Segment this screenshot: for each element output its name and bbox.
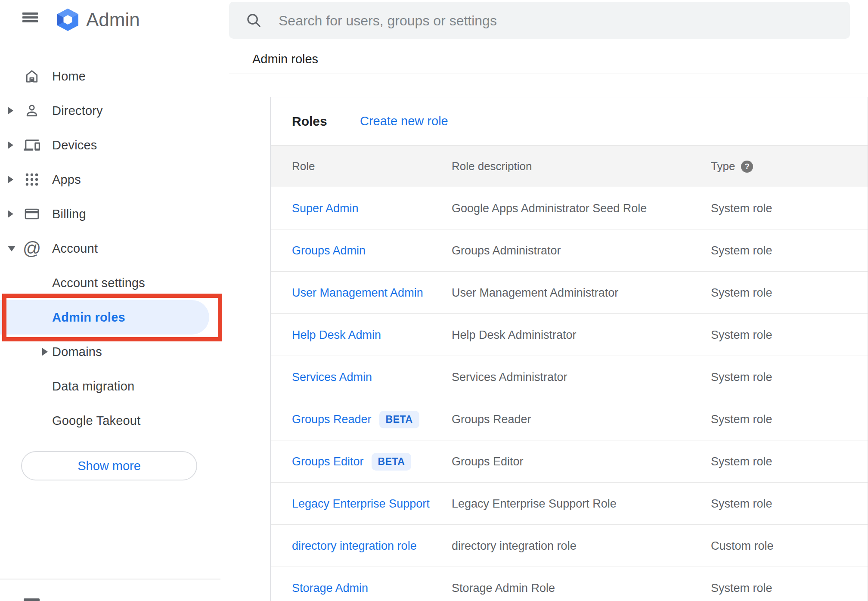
sidebar-item-google-takeout[interactable]: Google Takeout bbox=[0, 403, 220, 438]
sidebar-item-account-settings[interactable]: Account settings bbox=[0, 266, 220, 300]
sidebar-item-data-migration[interactable]: Data migration bbox=[0, 369, 220, 403]
table-row-legacy-enterprise-support: Legacy Enterprise Support Legacy Enterpr… bbox=[271, 483, 868, 525]
role-description: Groups Editor bbox=[452, 440, 524, 483]
create-new-role-link[interactable]: Create new role bbox=[360, 97, 448, 145]
role-link[interactable]: Super Admin bbox=[292, 202, 359, 215]
sidebar: Admin Home Directory Devices Apps Billin… bbox=[0, 0, 220, 601]
devices-icon bbox=[24, 137, 40, 153]
table-row-groups-editor: Groups Editor BETA Groups Editor System … bbox=[271, 440, 868, 483]
role-link[interactable]: Groups Reader bbox=[292, 413, 372, 426]
expand-arrow-icon[interactable] bbox=[8, 197, 16, 231]
table-row-storage-admin: Storage Admin Storage Admin Role System … bbox=[271, 567, 868, 601]
role-type: Custom role bbox=[711, 525, 774, 567]
beta-badge: BETA bbox=[372, 453, 412, 471]
roles-title: Roles bbox=[292, 97, 327, 145]
expand-arrow-icon[interactable] bbox=[8, 162, 16, 197]
expand-arrow-icon[interactable] bbox=[8, 93, 16, 128]
column-header-role-description: Role description bbox=[452, 146, 532, 187]
sidebar-item-label: Directory bbox=[52, 93, 103, 128]
search-input[interactable] bbox=[278, 2, 818, 40]
credit-card-icon bbox=[24, 206, 40, 222]
role-type: System role bbox=[711, 567, 772, 601]
sidebar-item-apps[interactable]: Apps bbox=[0, 162, 220, 197]
admin-hexagon-icon bbox=[55, 9, 81, 31]
show-more-button[interactable]: Show more bbox=[21, 451, 197, 480]
role-link[interactable]: User Management Admin bbox=[292, 286, 423, 300]
sidebar-item-admin-roles[interactable]: Admin roles bbox=[0, 300, 220, 335]
person-icon bbox=[24, 102, 40, 119]
role-link[interactable]: Services Admin bbox=[292, 371, 372, 384]
expand-arrow-icon[interactable] bbox=[8, 128, 16, 162]
sidebar-item-label: Domains bbox=[52, 335, 102, 369]
roles-card: Roles Create new role Role Role descript… bbox=[270, 97, 868, 601]
role-type: System role bbox=[711, 483, 772, 525]
clipped-bottom-icon bbox=[24, 598, 40, 601]
roles-table-body: Super Admin Google Apps Administrator Se… bbox=[271, 187, 868, 601]
sidebar-item-label: Account settings bbox=[52, 266, 145, 300]
role-description: directory integration role bbox=[452, 525, 577, 567]
role-type: System role bbox=[711, 440, 772, 483]
roles-card-header: Roles Create new role bbox=[271, 97, 868, 146]
column-header-role: Role bbox=[292, 146, 315, 187]
role-link[interactable]: directory integration role bbox=[292, 539, 417, 553]
table-row-help-desk-admin: Help Desk Admin Help Desk Administrator … bbox=[271, 314, 868, 356]
breadcrumb: Admin roles bbox=[252, 52, 318, 66]
google-admin-console: Admin Home Directory Devices Apps Billin… bbox=[0, 0, 868, 601]
sidebar-item-label: Account bbox=[52, 231, 98, 266]
sidebar-divider bbox=[0, 579, 220, 579]
table-row-groups-admin: Groups Admin Groups Administrator System… bbox=[271, 229, 868, 272]
sidebar-item-label: Devices bbox=[52, 128, 97, 162]
search-icon bbox=[245, 12, 262, 28]
expand-arrow-icon[interactable] bbox=[42, 335, 51, 369]
sidebar-item-label: Data migration bbox=[52, 369, 134, 403]
role-type: System role bbox=[711, 272, 772, 314]
column-header-type: Type bbox=[711, 146, 735, 187]
search-bar bbox=[229, 2, 850, 39]
sidebar-item-domains[interactable]: Domains bbox=[0, 335, 220, 369]
table-row-groups-reader: Groups Reader BETA Groups Reader System … bbox=[271, 398, 868, 440]
role-link[interactable]: Groups Admin bbox=[292, 244, 366, 257]
sidebar-item-billing[interactable]: Billing bbox=[0, 197, 220, 231]
sidebar-item-directory[interactable]: Directory bbox=[0, 93, 220, 128]
role-description: Legacy Enterprise Support Role bbox=[452, 483, 617, 525]
role-description: Groups Reader bbox=[452, 398, 531, 440]
role-link[interactable]: Legacy Enterprise Support bbox=[292, 497, 430, 511]
home-icon bbox=[24, 68, 40, 84]
logo-text: Admin bbox=[86, 9, 140, 31]
sidebar-item-label: Billing bbox=[52, 197, 86, 231]
role-type: System role bbox=[711, 314, 772, 356]
help-icon[interactable]: ? bbox=[741, 161, 753, 173]
sidebar-item-label: Home bbox=[52, 59, 86, 93]
table-row-services-admin: Services Admin Services Administrator Sy… bbox=[271, 356, 868, 398]
role-description: Groups Administrator bbox=[452, 229, 561, 272]
table-row-directory-integration-role: directory integration role directory int… bbox=[271, 525, 868, 567]
role-type: System role bbox=[711, 398, 772, 440]
beta-badge: BETA bbox=[379, 411, 419, 428]
admin-logo[interactable] bbox=[55, 9, 81, 31]
sidebar-item-label: Google Takeout bbox=[52, 403, 140, 438]
role-type: System role bbox=[711, 356, 772, 398]
sidebar-item-home[interactable]: Home bbox=[0, 59, 220, 93]
sidebar-item-label: Admin roles bbox=[52, 300, 125, 335]
role-link[interactable]: Help Desk Admin bbox=[292, 328, 381, 342]
role-type: System role bbox=[711, 229, 772, 272]
content-divider bbox=[229, 74, 868, 74]
sidebar-item-label: Apps bbox=[52, 162, 81, 197]
table-row-user-management-admin: User Management Admin User Management Ad… bbox=[271, 272, 868, 314]
sidebar-nav: Home Directory Devices Apps Billing @ Ac… bbox=[0, 59, 220, 438]
role-description: Help Desk Administrator bbox=[452, 314, 577, 356]
hamburger-icon[interactable] bbox=[22, 12, 38, 22]
table-row-super-admin: Super Admin Google Apps Administrator Se… bbox=[271, 187, 868, 229]
role-description: Google Apps Administrator Seed Role bbox=[452, 187, 647, 229]
sidebar-item-account[interactable]: @ Account bbox=[0, 231, 220, 266]
role-type: System role bbox=[711, 187, 772, 229]
role-description: Storage Admin Role bbox=[452, 567, 555, 601]
apps-grid-icon bbox=[24, 171, 40, 188]
role-link[interactable]: Storage Admin bbox=[292, 582, 368, 595]
role-description: User Management Administrator bbox=[452, 272, 618, 314]
table-header-row: Role Role description Type ? bbox=[271, 146, 868, 187]
sidebar-item-devices[interactable]: Devices bbox=[0, 128, 220, 162]
role-description: Services Administrator bbox=[452, 356, 567, 398]
role-link[interactable]: Groups Editor bbox=[292, 455, 364, 468]
collapse-arrow-icon[interactable] bbox=[8, 231, 16, 266]
